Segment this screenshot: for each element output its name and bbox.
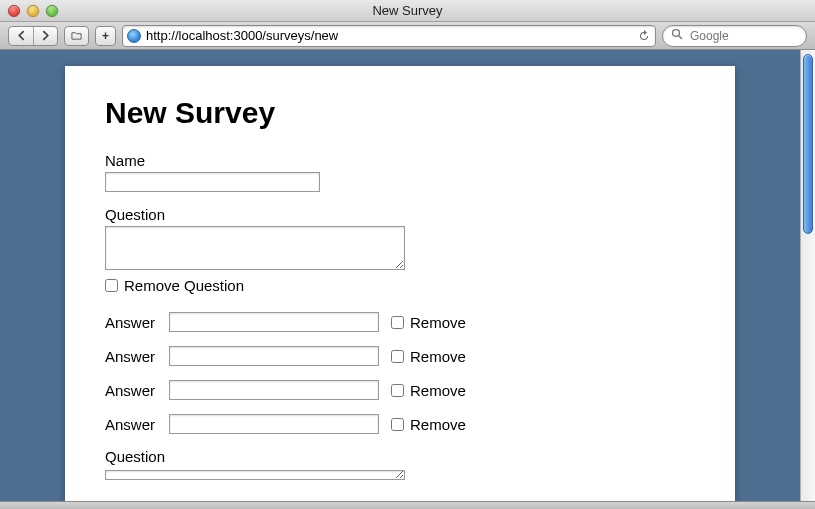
answer-label: Answer	[105, 416, 163, 433]
bookmarks-button[interactable]	[64, 26, 89, 46]
bookmarks-icon	[71, 30, 82, 41]
name-field: Name	[105, 152, 695, 192]
question-label: Question	[105, 206, 695, 223]
answer-input[interactable]	[169, 380, 379, 400]
search-icon	[671, 28, 683, 43]
search-input[interactable]	[688, 28, 815, 44]
remove-answer-label: Remove	[410, 416, 466, 433]
remove-answer-checkbox[interactable]	[391, 384, 404, 397]
answer-row: Answer Remove	[105, 312, 695, 332]
answer-row: Answer Remove	[105, 414, 695, 434]
name-input[interactable]	[105, 172, 320, 192]
remove-answer-label: Remove	[410, 314, 466, 331]
window-title: New Survey	[0, 3, 815, 18]
close-window-button[interactable]	[8, 5, 20, 17]
zoom-window-button[interactable]	[46, 5, 58, 17]
remove-question-row: Remove Question	[105, 277, 695, 294]
window-statusbar	[0, 501, 815, 509]
page-card: New Survey Name Question Remove Question…	[65, 66, 735, 501]
window-titlebar: New Survey	[0, 0, 815, 22]
answer-label: Answer	[105, 314, 163, 331]
answer-label: Answer	[105, 348, 163, 365]
back-icon	[16, 30, 27, 41]
back-button[interactable]	[9, 27, 33, 45]
browser-toolbar: + http://localhost:3000/surveys/new	[0, 22, 815, 50]
question-label: Question	[105, 448, 695, 465]
answer-input[interactable]	[169, 346, 379, 366]
answer-input[interactable]	[169, 312, 379, 332]
answer-row: Answer Remove	[105, 346, 695, 366]
remove-answer-checkbox[interactable]	[391, 418, 404, 431]
url-bar[interactable]: http://localhost:3000/surveys/new	[122, 25, 656, 47]
svg-point-0	[673, 30, 680, 37]
answer-input[interactable]	[169, 414, 379, 434]
remove-answer-label: Remove	[410, 382, 466, 399]
question-field: Question	[105, 448, 695, 483]
question-textarea[interactable]	[105, 226, 405, 270]
remove-question-label: Remove Question	[124, 277, 244, 294]
answer-row: Answer Remove	[105, 380, 695, 400]
remove-question-checkbox[interactable]	[105, 279, 118, 292]
remove-answer-checkbox[interactable]	[391, 350, 404, 363]
url-text: http://localhost:3000/surveys/new	[146, 28, 632, 43]
vertical-scrollbar[interactable]	[800, 50, 815, 501]
svg-line-1	[679, 36, 682, 39]
question-field: Question	[105, 206, 695, 273]
minimize-window-button[interactable]	[27, 5, 39, 17]
browser-viewport: New Survey Name Question Remove Question…	[0, 50, 815, 501]
reload-icon	[638, 30, 650, 42]
reload-button[interactable]	[637, 29, 651, 43]
remove-answer-checkbox[interactable]	[391, 316, 404, 329]
add-bookmark-button[interactable]: +	[95, 26, 116, 46]
question-textarea[interactable]	[105, 470, 405, 480]
search-bar[interactable]	[662, 25, 807, 47]
forward-icon	[40, 30, 51, 41]
remove-answer-label: Remove	[410, 348, 466, 365]
scrollbar-thumb[interactable]	[803, 54, 813, 234]
forward-button[interactable]	[33, 27, 57, 45]
globe-icon	[127, 29, 141, 43]
page-heading: New Survey	[105, 96, 695, 130]
answer-label: Answer	[105, 382, 163, 399]
nav-back-forward	[8, 26, 58, 46]
name-label: Name	[105, 152, 695, 169]
